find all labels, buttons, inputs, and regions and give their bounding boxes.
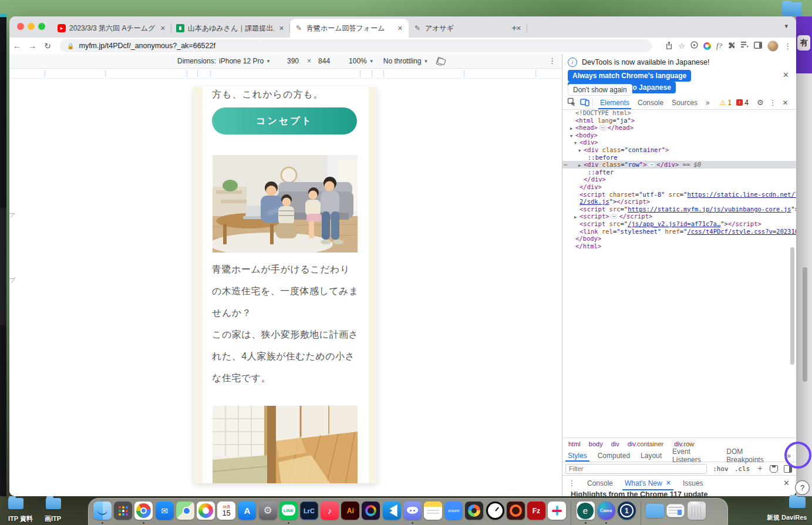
breadcrumb-item[interactable]: div	[611, 440, 619, 447]
tab-list-extension-icon[interactable]	[741, 42, 749, 51]
device-select[interactable]: iPhone 12 Pro	[219, 57, 264, 65]
dock-vscode-icon[interactable]	[383, 502, 401, 520]
dom-node[interactable]: <link rel="stylesheet" href="/css/t4PDcf…	[562, 228, 796, 235]
dock-settings-icon[interactable]: ⚙	[259, 502, 277, 520]
share-icon[interactable]	[665, 41, 673, 51]
side-panel-icon[interactable]	[754, 42, 762, 51]
dom-node[interactable]: ▼<div class="container">	[562, 146, 796, 154]
tab-close-icon[interactable]: ✕	[159, 25, 167, 32]
dock-launchpad-icon[interactable]	[114, 502, 132, 520]
dock-downloads-icon[interactable]	[646, 502, 664, 520]
issues-badge[interactable]: ! 4	[736, 99, 749, 107]
desktop-folder-icon[interactable]	[8, 498, 23, 509]
dock-eset-icon[interactable]: e	[577, 502, 595, 520]
dock-notes-icon[interactable]	[424, 502, 442, 520]
dock-maps-icon[interactable]	[176, 502, 194, 520]
style-tab-event-listeners[interactable]: Event Listeners	[667, 450, 721, 462]
browser-menu-kebab-icon[interactable]: ⋮	[784, 42, 791, 51]
style-tab-styles[interactable]: Styles	[562, 450, 592, 462]
dom-node[interactable]: ▼<div>	[562, 139, 796, 146]
styles-filter-input[interactable]	[565, 464, 707, 474]
devtools-menu-kebab-icon[interactable]: ⋮	[770, 99, 777, 107]
breadcrumb-item[interactable]: html	[568, 440, 581, 447]
dock-creativecloud-icon[interactable]	[362, 502, 380, 520]
style-tab-layout[interactable]: Layout	[635, 450, 667, 462]
dock-clock-icon[interactable]	[486, 502, 504, 520]
drawer-close-icon[interactable]: ✕	[783, 479, 790, 487]
dock-line-icon[interactable]: LINE	[279, 502, 298, 520]
viewport-width-field[interactable]: 390	[287, 57, 299, 65]
media-query-bar[interactable]	[9, 69, 562, 79]
dom-node[interactable]: <script charset="utf-8" src="https://sta…	[562, 191, 796, 198]
tab-elements[interactable]: Elements	[596, 96, 634, 109]
dom-node[interactable]: ▼<body>	[562, 132, 796, 139]
viewport-height-field[interactable]: 844	[318, 57, 330, 65]
warnings-badge[interactable]: ⚠ 1	[720, 99, 732, 107]
dock-orange-icon[interactable]	[507, 502, 525, 520]
devtools-settings-gear-icon[interactable]: ⚙	[757, 98, 764, 107]
dock-zoom-icon[interactable]: zoom	[444, 502, 463, 520]
drawer-tab-whats-new[interactable]: What's New ✕	[619, 476, 677, 490]
dock-trash-icon[interactable]	[688, 502, 706, 520]
back-button[interactable]: ←	[9, 41, 25, 51]
dom-node[interactable]: ::before	[562, 154, 796, 161]
fonts-extension-icon[interactable]: f?	[716, 41, 722, 51]
forward-button[interactable]: →	[25, 41, 40, 51]
breadcrumb-item[interactable]: div.container	[628, 440, 664, 447]
drawer-tab-console[interactable]: Console	[581, 476, 619, 490]
minimize-window-button[interactable]	[28, 23, 35, 30]
dock-chrome-icon[interactable]	[134, 502, 153, 520]
dock-music-icon[interactable]: ♪	[321, 502, 339, 520]
drawer-menu-kebab-icon[interactable]: ⋮	[568, 479, 575, 487]
dom-node[interactable]: ::after	[562, 169, 796, 176]
dock-screenshot-icon[interactable]	[666, 502, 685, 520]
zoom-window-button[interactable]	[38, 23, 45, 30]
always-match-language-button[interactable]: Always match Chrome's language	[568, 70, 691, 82]
dont-show-again-button[interactable]: Don't show again	[568, 84, 632, 96]
breadcrumb-item[interactable]: body	[589, 440, 603, 447]
address-bar[interactable]: 🔒 myfm.jp/t4PDcf/_anonymous?_ak=66522f	[60, 39, 652, 52]
dom-node[interactable]: </html>	[562, 243, 796, 250]
device-toolbar-kebab-icon[interactable]: ⋮	[548, 56, 556, 65]
drawer-tab-issues[interactable]: Issues	[677, 476, 709, 490]
inspect-element-icon[interactable]	[567, 97, 576, 108]
style-tab-dom-breakpoints[interactable]: DOM Breakpoints	[721, 450, 781, 462]
more-tabs-chevron-icon[interactable]: »	[702, 96, 714, 109]
tab-sources[interactable]: Sources	[668, 96, 702, 109]
dom-node[interactable]: <script src="/js/app_v2.js?id=af71c7a…">…	[562, 220, 796, 228]
color-wheel-extension-icon[interactable]	[703, 42, 711, 50]
rotate-viewport-icon[interactable]	[436, 57, 444, 65]
dock-davinci-icon[interactable]	[465, 502, 483, 520]
tab-search-chevron-icon[interactable]: ▾	[784, 22, 788, 30]
dock-calendar-icon[interactable]: 10月15	[217, 502, 235, 520]
dom-node[interactable]: <script src="https://static.myfm.jp/js/y…	[562, 206, 796, 213]
password-extension-icon[interactable]	[690, 41, 698, 51]
dock-photos-icon[interactable]	[197, 502, 215, 520]
elements-scrollbar[interactable]	[790, 247, 794, 365]
whats-new-close-icon[interactable]: ✕	[666, 479, 671, 487]
browser-tab-0[interactable]: 2023/3/3 第六回 Aチームグルコ✕	[53, 19, 171, 38]
style-tab-computed[interactable]: Computed	[592, 450, 635, 462]
concept-button[interactable]: コンセプト	[212, 107, 357, 134]
dom-node-selected[interactable]: ⋯▶<div class="row">⋯</div> == $0	[562, 161, 796, 169]
dock-appstore-icon[interactable]: A	[238, 502, 256, 520]
dock-finder-icon[interactable]	[93, 502, 112, 520]
zoom-select[interactable]: 100%	[349, 57, 367, 65]
help-button[interactable]: ?	[795, 480, 810, 495]
reload-button[interactable]: ↻	[40, 41, 55, 51]
toggle-hover-state-button[interactable]: :hov	[713, 465, 729, 473]
browser-tab-2[interactable]: 青鷺ホーム回答フォーム✕	[290, 19, 409, 38]
dock-slack-icon[interactable]	[548, 502, 566, 520]
desktop-folder-icon[interactable]	[782, 2, 802, 16]
infobar-close-icon[interactable]: ✕	[783, 70, 789, 79]
dom-node[interactable]: 2/sdk.js"></script>	[562, 198, 796, 206]
dock-lightroom-icon[interactable]: LrC	[300, 502, 318, 520]
tab-close-icon[interactable]: ✕	[278, 25, 285, 32]
tab-console[interactable]: Console	[634, 96, 668, 109]
dom-node[interactable]: </div>	[562, 176, 796, 183]
dom-node[interactable]: ▶<head>⋯</head>	[562, 124, 796, 132]
rendering-emulation-icon[interactable]	[770, 465, 778, 473]
breadcrumb-item[interactable]: div.row	[672, 440, 696, 448]
dock-discord-icon[interactable]	[403, 502, 422, 520]
dock-canva-icon[interactable]: Canva	[597, 502, 615, 520]
